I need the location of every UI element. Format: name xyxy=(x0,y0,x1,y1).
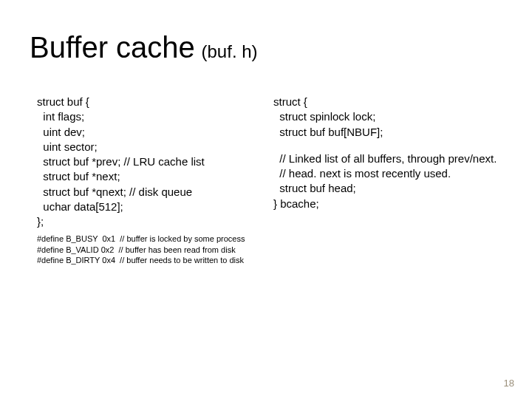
title-main: Buffer cache xyxy=(30,31,195,64)
bcache-struct-bottom: // Linked list of all buffers, through p… xyxy=(273,151,517,211)
left-column: struct buf { int flags; uint dev; uint s… xyxy=(37,95,259,265)
spacer xyxy=(273,140,517,151)
bcache-struct-top: struct { struct spinlock lock; struct bu… xyxy=(273,95,517,140)
define-flags: #define B_BUSY 0x1 // buffer is locked b… xyxy=(37,233,259,265)
page-number: 18 xyxy=(504,378,514,389)
slide-title: Buffer cache (buf. h) xyxy=(30,31,258,64)
struct-buf-code: struct buf { int flags; uint dev; uint s… xyxy=(37,95,259,229)
right-column: struct { struct spinlock lock; struct bu… xyxy=(273,95,517,211)
title-sub: (buf. h) xyxy=(197,41,258,61)
